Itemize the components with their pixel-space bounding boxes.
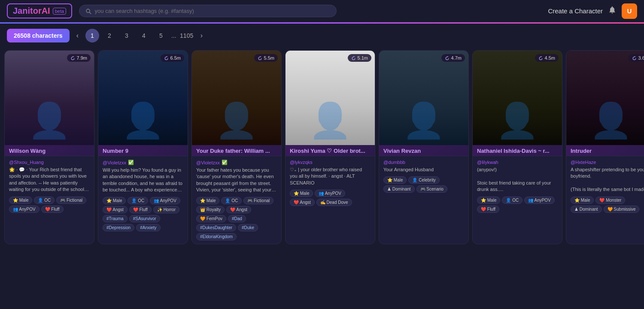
pagination-row: 26508 characters ‹ 1 2 3 4 5 ... 1105 ›	[0, 24, 644, 47]
tag[interactable]: ❤️ Angst	[290, 199, 315, 206]
card-image: 👤 5.1m	[286, 51, 375, 145]
card-card-3[interactable]: 👤 5.5m Your Duke father: William ... @Vi…	[191, 50, 282, 244]
tag[interactable]: #Dad	[228, 215, 246, 222]
page-next-button[interactable]: ›	[197, 30, 206, 41]
tag[interactable]: 👥 AnyPOV	[9, 206, 39, 213]
tag[interactable]: #SAsurvivor	[129, 215, 160, 222]
card-figure: 👤	[286, 51, 375, 145]
tag[interactable]: ⭐ Male	[103, 197, 126, 204]
card-figure: 👤	[192, 51, 281, 145]
tag[interactable]: 🎮 Scenario	[416, 185, 447, 193]
tag[interactable]: ⭐ Male	[196, 197, 219, 204]
tag[interactable]: #Depression	[103, 224, 134, 231]
tag[interactable]: 👤 OC	[128, 197, 148, 204]
tag[interactable]: ⭐ Male	[383, 176, 407, 184]
tag[interactable]: 👤 OC	[34, 197, 55, 204]
card-card-1[interactable]: 👤 7.9m Willson Wàng @Shxou_Huang 🌟 · 💬 ·…	[4, 50, 94, 244]
card-title: Intruder	[571, 148, 644, 154]
tag[interactable]: ✨ Horror	[153, 206, 179, 213]
tag[interactable]: 🧡 FemPov	[196, 215, 226, 222]
page-button-5[interactable]: 5	[154, 29, 168, 42]
page-button-4[interactable]: 4	[137, 29, 151, 42]
tag[interactable]: 👤 OC	[502, 197, 522, 204]
card-description: Will you help him? You found a guy in an…	[103, 167, 183, 194]
tag[interactable]: 👥 AnyPOV	[524, 197, 555, 204]
create-character-button[interactable]: Create a Character	[548, 7, 603, 15]
stats-icon	[351, 56, 356, 61]
tag[interactable]: #Duke	[238, 224, 258, 231]
card-description: 🌟 · 💬 · Your Rich best friend that spoil…	[9, 167, 90, 193]
page-button-2[interactable]: 2	[103, 29, 116, 42]
page-ellipsis: ...	[171, 32, 176, 39]
card-author: @Violetzxx ✅	[103, 160, 183, 165]
author-name: @lilykwah	[477, 160, 498, 165]
header-divider	[0, 22, 644, 24]
card-tags: ⭐ Male👤 OC👥 AnyPOV❤️ Angst❤️ Fluff✨ Horr…	[103, 197, 183, 231]
card-body: @dumbbb Your Arranged Husband ⭐ Male👤 Ce…	[379, 156, 468, 196]
tag[interactable]: ❤️ Fluff	[129, 206, 152, 213]
tag[interactable]: ⭐ Male	[9, 197, 32, 204]
tag[interactable]: ❤️ Fluff	[477, 206, 499, 213]
card-card-2[interactable]: 👤 6.5m Number 9 @Violetzxx ✅ Will you he…	[98, 50, 188, 244]
tag[interactable]: ❤️ Fluff	[41, 206, 64, 213]
tag[interactable]: 👥 AnyPOV	[315, 190, 345, 197]
tag[interactable]: #EldoriaKingdom	[196, 233, 237, 240]
card-card-5[interactable]: 👤 4.7m Vivian Revzan @dumbbb Your Arrang…	[379, 50, 469, 244]
svg-point-0	[86, 9, 90, 12]
page-button-last[interactable]: 1105	[180, 29, 194, 42]
card-title: Your Duke father: William ...	[196, 148, 277, 154]
stats-icon	[538, 56, 543, 61]
page-button-3[interactable]: 3	[120, 29, 134, 42]
card-title: Vivian Revzan	[383, 148, 464, 154]
tag[interactable]: 👥 AnyPOV	[150, 197, 180, 204]
card-stats-badge: 5.5m	[254, 54, 278, 62]
tag[interactable]: ♟ Dominant	[383, 185, 415, 193]
tag[interactable]: #DukesDaughter	[196, 224, 236, 231]
tag[interactable]: ✍️ Dead Dove	[316, 199, 352, 206]
notifications-button[interactable]	[608, 6, 617, 16]
tag[interactable]: 🎮 Fictional	[243, 197, 273, 204]
card-title-bar: Willson Wàng	[5, 145, 94, 156]
card-image-bg: 👤	[286, 51, 375, 145]
tag[interactable]: 🧡 Submissive	[604, 206, 640, 213]
card-card-7[interactable]: 👤 3.6m Intruder @HxteHaze A shapeshifter…	[566, 50, 644, 244]
tag[interactable]: 👤 Celebrity	[408, 176, 439, 184]
card-title: Kiroshi Yuma ♡ Older brot...	[290, 148, 371, 154]
card-stats-badge: 4.5m	[535, 54, 559, 62]
author-name: @lykvzqks	[290, 160, 313, 165]
stats-icon	[632, 56, 637, 61]
card-tags: ⭐ Male👤 OC🎮 Fictional👥 AnyPOV❤️ Fluff	[9, 197, 90, 213]
tag[interactable]: 👑 Royalty	[196, 206, 225, 213]
stats-value: 5.1m	[358, 55, 368, 61]
card-image-bg: 👤	[98, 51, 188, 145]
page-prev-button[interactable]: ‹	[73, 30, 82, 41]
card-figure: 👤	[98, 51, 188, 145]
tag[interactable]: #Anxiety	[136, 224, 160, 231]
card-stats-badge: 6.5m	[161, 54, 184, 62]
card-card-6[interactable]: 👤 4.5m Nathaniel Ishida-Davis ~ r... @li…	[472, 50, 562, 244]
author-name: @HxteHaze	[571, 160, 596, 165]
search-icon	[85, 8, 91, 14]
logo[interactable]: JanitorAI beta	[7, 3, 72, 18]
card-stats-badge: 7.9m	[67, 54, 91, 62]
tag[interactable]: 🎮 Fictional	[56, 197, 86, 204]
tag[interactable]: ❤️ Angst	[103, 206, 128, 213]
tag[interactable]: ⭐ Male	[477, 197, 500, 204]
card-image-bg: 👤	[566, 51, 644, 145]
tag[interactable]: #Trauma	[103, 215, 128, 222]
user-avatar-button[interactable]: U	[622, 3, 637, 19]
tag[interactable]: 👤 OC	[221, 197, 242, 204]
stats-value: 4.5m	[545, 55, 555, 61]
search-input[interactable]	[95, 8, 331, 14]
stats-value: 3.6m	[638, 55, 644, 61]
tag[interactable]: ❤️ Angst	[226, 206, 251, 213]
page-button-1[interactable]: 1	[85, 29, 99, 42]
tag[interactable]: ⭐ Male	[571, 197, 594, 204]
stats-icon	[70, 56, 75, 61]
tag[interactable]: ⭐ Male	[290, 190, 313, 197]
tag[interactable]: ♟ Dominant	[571, 206, 602, 213]
char-count-badge[interactable]: 26508 characters	[7, 29, 70, 42]
tag[interactable]: ❤️ Monster	[595, 197, 625, 204]
card-card-4[interactable]: 👤 5.1m Kiroshi Yuma ♡ Older brot... @lyk…	[285, 50, 375, 244]
card-title-bar: Number 9	[98, 145, 188, 156]
